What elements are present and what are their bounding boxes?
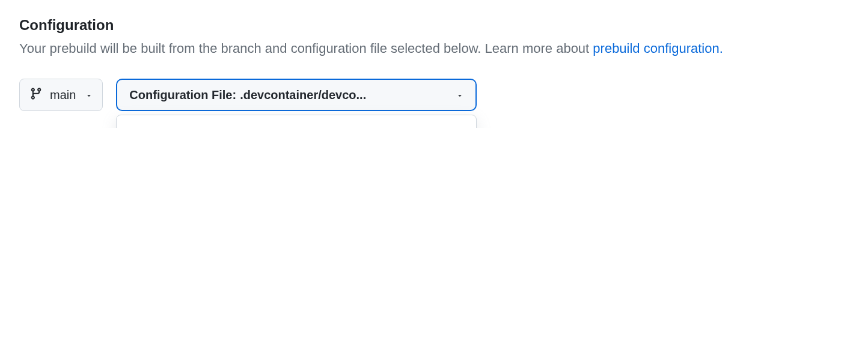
config-file-selected-value: .devcontainer/devco... xyxy=(240,88,450,102)
check-icon xyxy=(129,127,141,128)
git-branch-icon xyxy=(29,87,43,103)
controls-row: main Configuration File: .devcontainer/d… xyxy=(19,79,849,111)
config-file-dropdown-menu: .devcontainer/devcontainer.json.devconta… xyxy=(116,115,477,128)
config-file-label-prefix: Configuration File: xyxy=(129,88,236,102)
branch-name-label: main xyxy=(50,88,76,102)
prebuild-config-link[interactable]: prebuild configuration. xyxy=(593,41,723,56)
config-file-option[interactable]: .devcontainer/devcontainer.json xyxy=(117,115,476,128)
chevron-down-icon xyxy=(85,88,93,102)
description-text: Your prebuild will be built from the bra… xyxy=(19,41,593,56)
section-heading: Configuration xyxy=(19,17,849,34)
branch-picker-button[interactable]: main xyxy=(19,79,103,111)
chevron-down-icon xyxy=(456,88,463,102)
section-description: Your prebuild will be built from the bra… xyxy=(19,38,849,58)
config-file-wrapper: Configuration File: .devcontainer/devco.… xyxy=(116,79,477,111)
config-file-option-label: .devcontainer/devcontainer.json xyxy=(150,126,319,128)
config-file-dropdown-button[interactable]: Configuration File: .devcontainer/devco.… xyxy=(116,79,477,111)
